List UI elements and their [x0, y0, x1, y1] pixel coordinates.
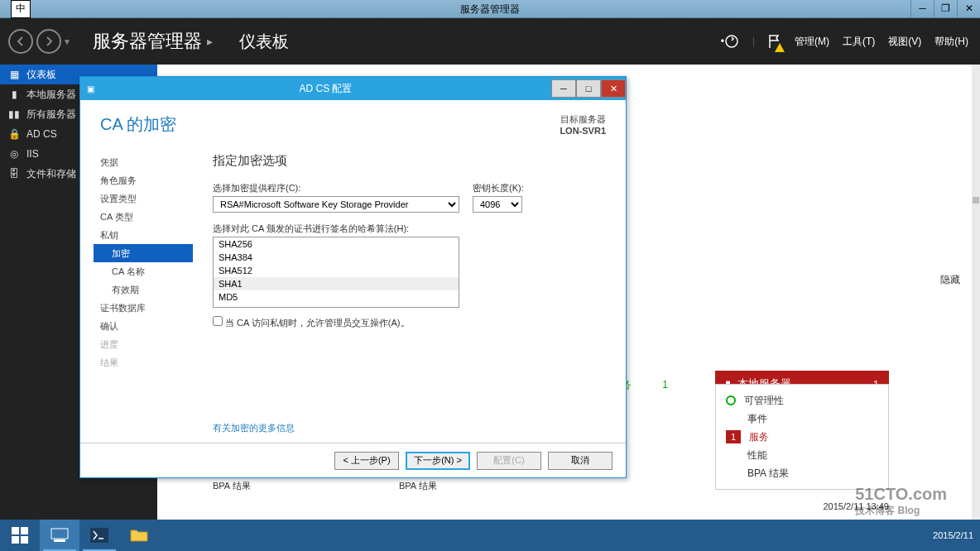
hash-option-sha256[interactable]: SHA256: [214, 237, 459, 251]
step-cryptography[interactable]: 加密: [94, 244, 193, 262]
dialog-maximize-button[interactable]: □: [576, 79, 601, 98]
warning-badge-icon: [775, 43, 785, 52]
adcs-icon: 🔒: [8, 128, 20, 140]
next-button[interactable]: 下一步(N) >: [406, 452, 470, 470]
sidebar-label: 所有服务器: [26, 108, 76, 122]
windows-icon: [12, 527, 28, 544]
main-scrollbar[interactable]: [972, 65, 980, 520]
svg-rect-2: [21, 527, 28, 534]
tile-row-bpa[interactable]: BPA 结果: [716, 464, 888, 482]
step-setup-type[interactable]: 设置类型: [94, 189, 193, 208]
adcs-config-dialog: ▣ AD CS 配置 ─ □ ✕ CA 的加密 目标服务器 LON-SVR1 凭…: [79, 76, 627, 478]
dialog-titlebar[interactable]: ▣ AD CS 配置 ─ □ ✕: [80, 77, 626, 100]
tile-row-manageability[interactable]: 可管理性: [716, 391, 888, 410]
target-server-label: 目标服务器: [560, 113, 606, 126]
hide-link[interactable]: 隐藏: [940, 273, 960, 287]
hash-option-sha384[interactable]: SHA384: [214, 251, 459, 264]
scrollbar-thumb[interactable]: [973, 197, 979, 204]
window-titlebar: 服务器管理器 ─ ❐ ✕: [0, 0, 980, 18]
step-result: 结果: [94, 353, 193, 371]
hash-option-sha512[interactable]: SHA512: [214, 264, 459, 277]
nav-dropdown-icon[interactable]: ▼: [63, 37, 71, 46]
sidebar-label: 本地服务器: [26, 88, 76, 102]
refresh-icon: [724, 34, 739, 49]
tile-row-events[interactable]: 事件: [716, 410, 888, 428]
ime-indicator[interactable]: 中: [11, 0, 31, 18]
hash-option-md5[interactable]: MD5: [214, 290, 459, 304]
bpa-result-label-2: BPA 结果: [399, 480, 437, 492]
tile-row-performance[interactable]: 性能: [716, 446, 888, 464]
dialog-minimize-button[interactable]: ─: [551, 79, 576, 98]
section-title: 指定加密选项: [213, 153, 609, 169]
refresh-dropdown[interactable]: •: [721, 34, 739, 49]
minimize-button[interactable]: ─: [910, 0, 934, 18]
menu-view[interactable]: 视图(V): [888, 35, 921, 49]
screenshot-timestamp: 2015/2/11 13:49: [823, 501, 889, 511]
dialog-close-button[interactable]: ✕: [601, 79, 626, 98]
svg-rect-5: [51, 529, 68, 539]
dialog-heading: CA 的加密: [100, 113, 176, 136]
step-progress: 进度: [94, 335, 193, 353]
step-credentials[interactable]: 凭据: [94, 153, 193, 171]
row-label: 服务: [749, 430, 769, 444]
hash-algorithm-list[interactable]: SHA256 SHA384 SHA512 SHA1 MD5: [213, 237, 459, 308]
menu-tools[interactable]: 工具(T): [843, 35, 875, 49]
hash-option-sha1[interactable]: SHA1: [214, 277, 459, 290]
step-ca-type[interactable]: CA 类型: [94, 208, 193, 226]
row-label: 性能: [747, 448, 767, 462]
step-role-services[interactable]: 角色服务: [94, 171, 193, 189]
taskbar-server-manager[interactable]: [40, 520, 79, 551]
allow-interact-checkbox[interactable]: [213, 316, 223, 326]
sidebar-label: 仪表板: [26, 68, 56, 82]
provider-select[interactable]: RSA#Microsoft Software Key Storage Provi…: [213, 196, 459, 213]
step-private-key[interactable]: 私钥: [94, 226, 193, 244]
server-manager-icon: [50, 528, 69, 543]
breadcrumb-current: 仪表板: [239, 31, 289, 53]
storage-icon: 🗄: [8, 168, 20, 180]
target-server-value: LON-SVR1: [560, 126, 606, 136]
start-button[interactable]: [0, 520, 40, 551]
header-separator: |: [752, 36, 755, 47]
allow-interact-checkbox-row[interactable]: 当 CA 访问私钥时，允许管理员交互操作(A)。: [213, 316, 609, 329]
error-badge: 1: [726, 430, 741, 443]
nav-back-button[interactable]: [8, 29, 33, 54]
notifications-button[interactable]: [768, 34, 781, 49]
bpa-result-label-1: BPA 结果: [213, 480, 251, 492]
svg-rect-3: [12, 536, 19, 544]
sidebar-label: AD CS: [26, 128, 57, 140]
breadcrumb-root[interactable]: 服务器管理器: [93, 29, 202, 54]
folder-icon: [130, 528, 148, 543]
svg-rect-1: [12, 527, 19, 534]
dialog-icon: ▣: [80, 84, 100, 93]
taskbar-explorer[interactable]: [119, 520, 159, 551]
nav-forward-button[interactable]: [36, 29, 61, 54]
step-cert-db[interactable]: 证书数据库: [94, 299, 193, 317]
iis-icon: ◎: [8, 148, 20, 160]
configure-button: 配置(C): [477, 452, 541, 470]
keylength-label: 密钥长度(K):: [473, 182, 524, 194]
taskbar-powershell[interactable]: [79, 520, 119, 551]
step-ca-name[interactable]: CA 名称: [94, 262, 193, 280]
system-tray[interactable]: 2015/2/11: [933, 520, 980, 551]
close-button[interactable]: ✕: [957, 0, 980, 18]
step-validity[interactable]: 有效期: [94, 280, 193, 299]
keylength-select[interactable]: 4096: [473, 196, 522, 213]
status-ok-icon: [726, 395, 736, 405]
row-label: BPA 结果: [747, 467, 789, 481]
wizard-steps: 凭据 角色服务 设置类型 CA 类型 私钥 加密 CA 名称 有效期 证书数据库…: [94, 153, 193, 371]
more-info-link[interactable]: 有关加密的更多信息: [213, 422, 295, 434]
servers-icon: ▮▮: [8, 108, 20, 120]
step-confirm[interactable]: 确认: [94, 317, 193, 335]
sidebar-label: IIS: [26, 148, 39, 160]
cancel-button[interactable]: 取消: [548, 452, 612, 470]
dialog-footer: < 上一步(P) 下一步(N) > 配置(C) 取消: [80, 443, 626, 477]
menu-help[interactable]: 帮助(H): [934, 35, 968, 49]
maximize-button[interactable]: ❐: [934, 0, 957, 18]
tile-row-services[interactable]: 1服务: [716, 428, 888, 446]
prev-button[interactable]: < 上一步(P): [334, 452, 399, 470]
powershell-icon: [90, 528, 108, 543]
tile-svc-count: 1: [662, 379, 668, 390]
server-icon: ▮: [8, 89, 20, 100]
hash-label: 选择对此 CA 颁发的证书进行签名的哈希算法(H):: [213, 223, 609, 235]
menu-manage[interactable]: 管理(M): [795, 35, 829, 49]
